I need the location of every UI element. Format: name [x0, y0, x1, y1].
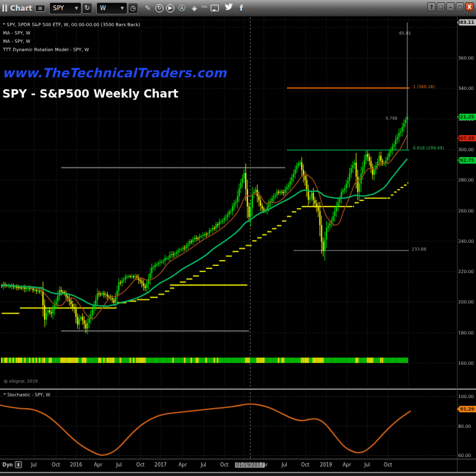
dyn-button[interactable]: Dyn	[2, 462, 13, 468]
x-axis-tick: Oct	[220, 462, 228, 468]
price-axis-tick: 160.00	[458, 361, 474, 366]
x-axis-tick: Oct	[301, 462, 309, 468]
price-badge-91-29: 91.29	[457, 406, 476, 412]
esignal-copyright: @ eSignal, 2019	[4, 379, 37, 384]
fib-0768-label: 0.768	[386, 116, 397, 121]
stoch-axis-tick: 60.00	[458, 453, 471, 458]
chart-window-title: Chart	[10, 4, 32, 12]
price-axis-tick: 280.00	[458, 177, 474, 183]
x-axis-tick: Oct	[136, 462, 145, 468]
auto-a-icon[interactable]: Ⓐ	[177, 3, 187, 14]
interval-combobox[interactable]: W ▼	[97, 3, 127, 14]
window-grip-icon	[2, 4, 7, 12]
stoch-axis-tick: 100.00	[458, 394, 474, 399]
play-icon[interactable]: ▶	[166, 4, 174, 12]
dyn-toggle-icon[interactable]: ▮	[15, 461, 22, 468]
interval-clock-button[interactable]: ◷	[128, 3, 138, 14]
x-axis-tick: Jul	[364, 462, 370, 468]
minimize-button[interactable]: –	[446, 2, 455, 11]
x-axis-tick: 2016	[70, 462, 82, 468]
price-badge-383-11: 383.11	[457, 19, 476, 26]
x-axis-tick: Jul	[201, 462, 206, 468]
x-axis-tick: Jul	[281, 462, 287, 468]
x-axis-tick: Oct	[52, 462, 60, 468]
support-233-label: 233.68	[412, 247, 427, 252]
stoch-axis-tick: 80.00	[458, 424, 471, 429]
grid-badge-icon[interactable]: ▦	[35, 5, 45, 12]
x-axis-tick: 2017	[155, 462, 167, 468]
symbol-search-button[interactable]: ↻	[82, 3, 92, 14]
fib-1-label: 1 (340.16)	[413, 84, 435, 89]
x-axis-tick: 2019	[320, 462, 332, 468]
symbol-value: SPY	[53, 5, 71, 11]
price-axis-tick: 200.00	[458, 299, 474, 305]
twitter-icon[interactable]	[224, 3, 234, 14]
stochastic-series-label: * Stochastic - SPY, W	[4, 392, 50, 397]
chevron-down-icon: ▼	[121, 6, 124, 11]
price-badge-307-35: 307.35	[457, 135, 476, 142]
chart-application-window: Chart ▦ SPY ▼ ↻ W ▼ ◷ ✎ ↻ ▶ Ⓐ ◈ ms f ? ❏…	[0, 0, 476, 476]
maximize-button[interactable]: □	[456, 2, 464, 11]
price-axis-tick: 340.00	[458, 86, 474, 91]
price-axis-tick: 240.00	[458, 239, 474, 244]
x-axis-tick: Oct	[384, 462, 392, 468]
x-axis-tick: Apr	[94, 462, 102, 468]
price-axis-tick: 300.00	[458, 147, 474, 152]
chart-headline: SPY - S&P500 Weekly Chart	[2, 87, 178, 100]
refresh-loop-icon[interactable]: ↻	[155, 4, 164, 12]
pencil-draw-icon[interactable]: ✎	[143, 3, 153, 14]
series-info-ma2: MA - SPY, W	[3, 39, 30, 44]
title-bar: Chart ▦ SPY ▼ ↻ W ▼ ◷ ✎ ↻ ▶ Ⓐ ◈ ms f ? ❏…	[0, 0, 476, 17]
series-info-symbol: * SPY, SPDR S&P 500 ETF, W, 00:00-00:00 …	[3, 22, 140, 27]
help-button[interactable]: ?	[427, 2, 436, 11]
symbol-combobox[interactable]: SPY ▼	[50, 3, 81, 14]
x-axis-tick: Apr	[178, 462, 187, 468]
measure-value-label: 65.81	[399, 31, 411, 36]
price-axis-tick: 220.00	[458, 269, 474, 274]
x-axis-tick: Apr	[343, 462, 351, 468]
chevron-down-icon: ▼	[75, 6, 78, 11]
x-axis-tick: Jul	[31, 462, 37, 468]
diamond-icon[interactable]: ◈	[189, 3, 199, 14]
price-axis-tick: 260.00	[458, 208, 474, 214]
facebook-icon[interactable]: f	[236, 3, 246, 14]
price-badge-292-75: 292.75	[457, 157, 476, 164]
fib-0618-label: 0.618 (299.49)	[413, 146, 444, 151]
x-axis-tick: Jul	[116, 462, 122, 468]
series-info-ma1: MA - SPY, W	[3, 30, 30, 36]
restore-button[interactable]: ❏	[437, 2, 445, 11]
x-axis-tick: Apr	[259, 462, 268, 468]
price-axis-tick: 360.00	[458, 55, 474, 61]
price-axis-tick: 180.00	[458, 330, 474, 336]
ms-label: ms	[202, 4, 207, 8]
price-badge-321-25: 321.25	[457, 114, 476, 120]
series-info-ttt: TTT Dynamic Rotation Model - SPY, W	[3, 47, 89, 52]
close-button[interactable]: X	[465, 2, 474, 11]
speech-bubble-icon[interactable]	[211, 5, 219, 11]
interval-value: W	[100, 5, 117, 11]
watermark-url: www.TheTechnicalTraders.com	[2, 65, 227, 80]
